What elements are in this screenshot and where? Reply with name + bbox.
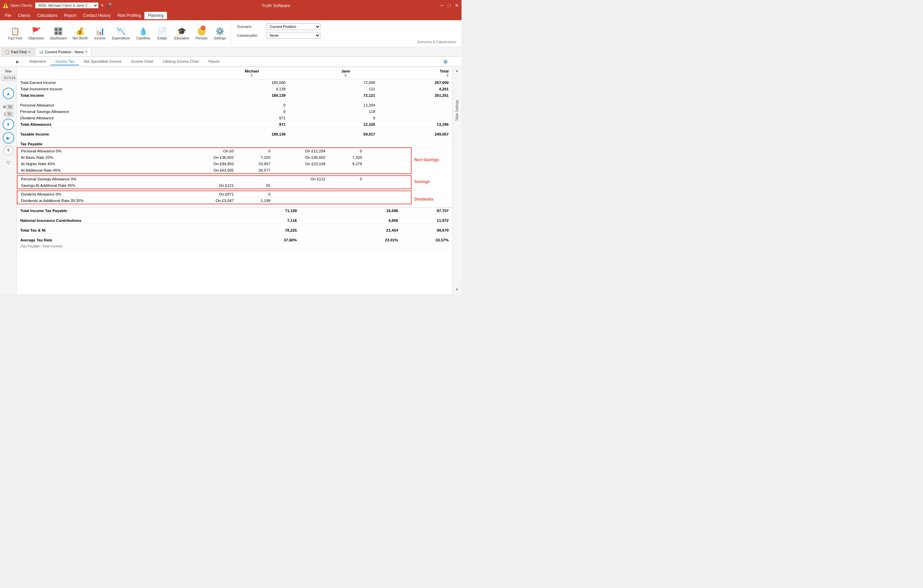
pension-badge: 2 — [201, 26, 205, 30]
menu-planning[interactable]: Planning — [145, 12, 167, 19]
expenditure-label: Expenditure — [112, 36, 130, 40]
maximize-btn[interactable]: □ — [448, 3, 451, 8]
total-tax-label: Total Income Tax Payable — [17, 208, 209, 214]
sub-tab-report[interactable]: Report — [204, 58, 224, 66]
table-row: Dividends at Additional Rate 39.35% On £… — [17, 198, 411, 204]
sub-tab-statement[interactable]: Statement — [24, 58, 51, 66]
estate-label: Estate — [157, 36, 167, 40]
savings-table: Personal Savings Allowance 0% On £121 0 … — [17, 175, 412, 189]
avg-tax-label: Average Tax Rate — [17, 237, 209, 243]
table-row: Total Income 189,139 72,121 261,261 — [17, 92, 452, 99]
settings-btn[interactable]: ⚙️ Settings — [211, 22, 228, 45]
estate-btn[interactable]: 📄 Estate — [153, 22, 171, 45]
main-content: Year 2023/24 ▲ M 58 J 55 ▼ ▶ T ▽ Michael — [0, 67, 462, 294]
settings-icon: ⚙️ — [215, 27, 224, 36]
income-btn[interactable]: 📊 Income — [91, 22, 108, 45]
table-row: Dividend Allowance 971 0 — [17, 115, 452, 121]
table-row: Savings At Additional Rate 45% On £121 5… — [17, 182, 411, 189]
menu-bar: File Clients Calculators Report Contact … — [0, 11, 462, 20]
fact-find-tab-label: Fact Find — [11, 50, 27, 54]
settings-icon-right[interactable]: ⚙️ — [443, 59, 448, 64]
table-row: Personal Allowance 0% On £0 0 On £12,204… — [17, 148, 411, 154]
taxable-income-total: 249,057 — [378, 131, 452, 138]
divs-additional-michael: 1,199 — [237, 198, 274, 204]
scenario-select[interactable]: Current Position — [266, 23, 320, 30]
nic-jane: 4,856 — [361, 218, 401, 224]
scroll-up[interactable]: ▲ — [455, 69, 460, 72]
m-age: 58 — [7, 105, 13, 110]
objectives-btn[interactable]: 🚩 Objectives — [26, 22, 47, 45]
spacer-row — [17, 128, 452, 131]
year-down-btn[interactable]: ▼ — [3, 119, 14, 130]
total-income-jane: 72,121 — [313, 92, 378, 99]
taxable-income-label: Taxable Income — [17, 131, 191, 138]
fact-find-tab[interactable]: 📋 Fact Find ✕ — [2, 48, 34, 56]
dashboard-label: Dashboard — [50, 36, 66, 40]
basic20-michael: 7,320 — [237, 154, 274, 161]
client-selector[interactable]: 3055: Michael Client & Jane C... — [35, 2, 99, 8]
year-up-btn[interactable]: ▲ — [3, 88, 14, 99]
current-position-tab[interactable]: 📊 Current Position - None ✕ — [35, 48, 92, 56]
menu-contact-history[interactable]: Contact History — [80, 12, 114, 19]
menu-report[interactable]: Report — [61, 12, 80, 19]
play-btn[interactable]: ▶ — [3, 132, 14, 144]
warning-icon: ⚠️ — [3, 3, 8, 8]
dashboard-btn[interactable]: 🎛️ Dashboard — [47, 22, 69, 45]
basic20-label: At Basic Rate 20% — [17, 154, 191, 161]
table-row: Personal Savings Allowance 0% On £121 0 — [17, 176, 411, 182]
fact-find-tab-close[interactable]: ✕ — [28, 50, 31, 54]
fact-find-icon: 📋 — [10, 27, 20, 36]
avg-tax-jane: 23.01% — [361, 237, 401, 243]
investment-income-jane: 121 — [313, 86, 378, 92]
total-allowances-label: Total Allowances — [17, 121, 191, 128]
personal-allowance-jane: 12,204 — [313, 102, 378, 108]
sub-tab-lifelong-income-chart[interactable]: Lifelong Income Chart — [158, 58, 204, 66]
expenditure-btn[interactable]: 📉 Expenditure — [109, 22, 133, 45]
cashflow-btn[interactable]: 💧 Cashflow — [134, 22, 153, 45]
menu-risk-profiling[interactable]: Risk Profiling — [114, 12, 145, 19]
close-client-icon[interactable]: ✕ — [100, 3, 104, 8]
personal-savings-michael: 0 — [215, 108, 289, 115]
fact-find-btn[interactable]: 📋 Fact Find — [5, 22, 25, 45]
education-btn[interactable]: 🎓 Education — [172, 22, 192, 45]
title-bar-left: ⚠️ Open Clients: 3055: Michael Client & … — [3, 2, 112, 8]
basic20-j-on: On £36,602 — [274, 154, 329, 161]
minimize-btn[interactable]: ─ — [440, 3, 444, 8]
nic-total: 11,972 — [401, 218, 452, 224]
table-row: Personal Allowance 0 12,204 — [17, 102, 452, 108]
table-area: Michael £ Jane £ Total £ — [17, 67, 452, 294]
sub-tab-income-chart[interactable]: Income Chart — [126, 58, 158, 66]
net-worth-btn[interactable]: 💰 Net Worth — [70, 22, 90, 45]
tabs-strip: 📋 Fact Find ✕ 📊 Current Position - None … — [0, 47, 462, 57]
close-btn[interactable]: ✕ — [455, 3, 459, 8]
savings-label: Savings — [414, 179, 430, 184]
filter-btn[interactable]: ▽ — [4, 158, 13, 167]
menu-file[interactable]: File — [2, 12, 15, 19]
menu-calculators[interactable]: Calculators — [34, 12, 61, 19]
non-savings-label: Non-Savings — [414, 157, 439, 162]
avg-tax-total: 33.57% — [401, 237, 452, 243]
total-allowances-michael: 971 — [215, 121, 289, 128]
additional45-jane — [329, 167, 366, 174]
total-allowances-jane: 12,325 — [313, 121, 378, 128]
scroll-down[interactable]: ▼ — [455, 288, 459, 291]
catastrophe-select[interactable]: None — [266, 32, 320, 39]
table-settings-label[interactable]: Table Settings — [455, 98, 460, 122]
div0-label: Dividend Allowance 0% — [17, 191, 191, 198]
expand-btn[interactable]: ▶ — [13, 58, 21, 66]
sub-tab-net-spendable[interactable]: Net Spendable Income — [79, 58, 126, 66]
table-row: At Additional Rate 45% On £63,505 28,577 — [17, 167, 411, 174]
total-income-label: Total Income — [17, 92, 191, 99]
table-row: Personal Savings Allowance 0 118 — [17, 108, 452, 115]
table-row: Dividend Allowance 0% On £971 0 — [17, 191, 411, 198]
earned-income-michael: 185,000 — [215, 80, 289, 86]
savings45-label: Savings At Additional Rate 45% — [17, 182, 191, 189]
scroll-arrows[interactable]: ▲ — [455, 69, 460, 96]
table-row: Total Income Tax Payable 71,109 16,598 8… — [17, 208, 452, 214]
menu-clients[interactable]: Clients — [15, 12, 34, 19]
scenario-label: Scenario — [237, 25, 264, 29]
pension-btn[interactable]: 🪙 2 Pension — [193, 22, 210, 45]
sub-tab-income-tax[interactable]: Income Tax — [51, 58, 79, 66]
current-position-tab-close[interactable]: ✕ — [85, 50, 88, 54]
objectives-label: Objectives — [28, 36, 44, 40]
